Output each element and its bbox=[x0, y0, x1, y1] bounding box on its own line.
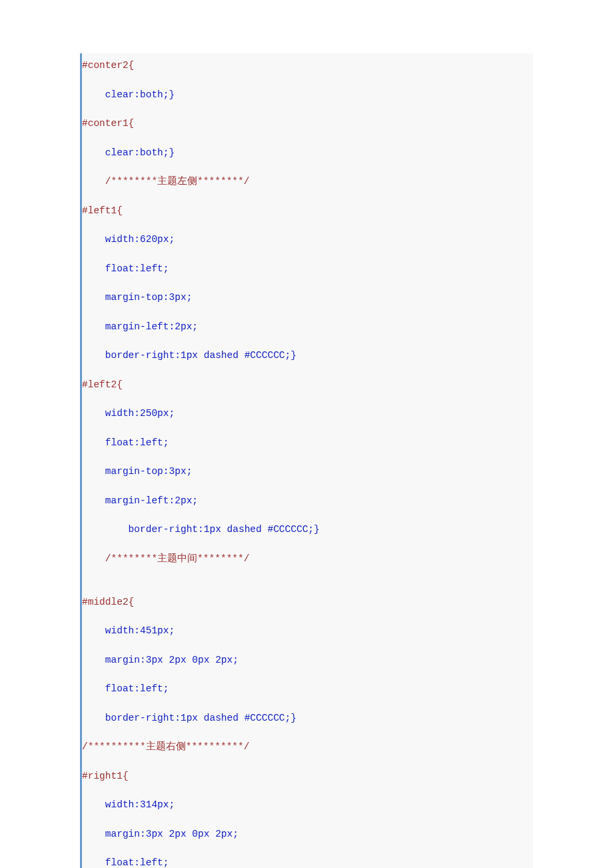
code-line: border-right:1px dashed #CCCCCC;} bbox=[82, 524, 320, 535]
code-line: width:314px; bbox=[82, 799, 175, 810]
code-line: width:620px; bbox=[82, 234, 175, 245]
code-line: /********主题左侧********/ bbox=[82, 176, 249, 187]
code-line: #right1{ bbox=[82, 771, 129, 781]
code-line: /********主题中间********/ bbox=[82, 553, 249, 564]
code-line: float:left; bbox=[82, 437, 169, 448]
code-line: float:left; bbox=[82, 683, 169, 694]
code-line: border-right:1px dashed #CCCCCC;} bbox=[82, 350, 297, 361]
code-line: #conter1{ bbox=[82, 118, 134, 129]
code-line: width:451px; bbox=[82, 625, 175, 636]
code-line: width:250px; bbox=[82, 408, 175, 419]
code-line: margin-top:3px; bbox=[82, 292, 192, 303]
code-line: margin-left:2px; bbox=[82, 495, 198, 506]
css-code-block: #conter2{ clear:both;} #conter1{ clear:b… bbox=[80, 53, 533, 868]
code-line: #conter2{ bbox=[82, 60, 134, 71]
code-line: #middle2{ bbox=[82, 597, 134, 607]
code-line: /**********主题右侧**********/ bbox=[82, 741, 249, 752]
code-line: clear:both;} bbox=[82, 147, 175, 158]
code-line: border-right:1px dashed #CCCCCC;} bbox=[82, 713, 297, 723]
code-line: float:left; bbox=[82, 263, 169, 274]
code-line: margin-left:2px; bbox=[82, 321, 198, 332]
code-line: float:left; bbox=[82, 857, 169, 868]
code-line: #left2{ bbox=[82, 379, 123, 390]
code-line: clear:both;} bbox=[82, 89, 175, 100]
code-line: margin:3px 2px 0px 2px; bbox=[82, 829, 239, 839]
code-line: margin:3px 2px 0px 2px; bbox=[82, 655, 239, 665]
code-line: margin-top:3px; bbox=[82, 466, 192, 477]
code-line: #left1{ bbox=[82, 205, 123, 216]
